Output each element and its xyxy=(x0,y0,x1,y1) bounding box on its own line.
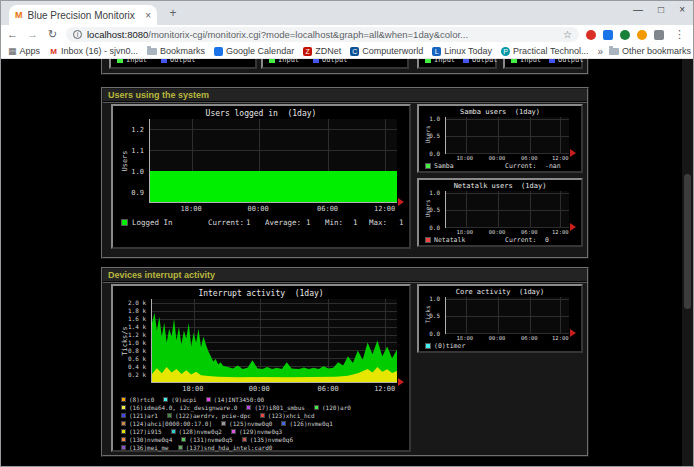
browser-menu-icon[interactable]: ⋮ xyxy=(671,28,688,41)
tab-strip: M Blue Precision Monitorix × + — □ × xyxy=(1,1,693,25)
cutoff-graph[interactable]: Input Output xyxy=(417,59,497,69)
legend-item: Output xyxy=(463,59,497,64)
window-controls: — □ × xyxy=(633,4,685,15)
extension-icon[interactable] xyxy=(654,30,664,40)
graph-title: Samba users (1day) xyxy=(419,108,581,116)
page-info-icon[interactable]: i xyxy=(73,30,82,39)
bookmark-label: Google Calendar xyxy=(226,46,294,56)
back-button[interactable]: ← xyxy=(6,29,19,40)
y-tick-label: 1.4 k xyxy=(128,324,146,330)
y-tick-label: 1.1 xyxy=(131,147,144,154)
legend-item: Samba xyxy=(425,163,454,170)
practical-technology-icon: P xyxy=(501,47,510,56)
users-section: Users using the system Users logged in (… xyxy=(101,87,589,259)
page-scrollbar[interactable] xyxy=(682,59,693,467)
core-activity-graph[interactable]: Core activity (1day) Ticks 1.00.50.0 18:… xyxy=(417,284,583,353)
bookmark-item-google-calendar[interactable]: Google Calendar xyxy=(214,46,294,56)
cutoff-graph[interactable]: Input Output xyxy=(261,59,409,69)
bookmark-item-practical-technology[interactable]: P Practical Technol... xyxy=(501,46,588,56)
linux-today-icon: L xyxy=(432,47,441,56)
x-tick-label: 18:00 xyxy=(182,386,203,393)
plot-area xyxy=(149,119,397,203)
address-bar[interactable]: i localhost:8080/monitorix-cgi/monitorix… xyxy=(66,27,579,42)
apps-grid-icon: ▦ xyxy=(8,47,17,56)
browser-toolbar: ← → ↻ i localhost:8080/monitorix-cgi/mon… xyxy=(1,25,693,44)
legend-item: Input xyxy=(117,59,147,64)
chart-area xyxy=(446,297,569,333)
bookmark-label: ZDNet xyxy=(315,46,341,56)
interrupt-activity-graph[interactable]: Interrupt activity (1day) Ticks/s 2.0 k1… xyxy=(111,284,411,452)
stat-value: 1 xyxy=(246,219,251,227)
forward-button[interactable]: → xyxy=(26,29,39,40)
extension-icon[interactable] xyxy=(637,30,647,40)
graph-title: Core activity (1day) xyxy=(419,288,581,296)
url-text: localhost:8080/monitorix-cgi/monitorix.c… xyxy=(87,29,558,40)
chart-area xyxy=(446,117,569,153)
y-tick-label: 0.9 xyxy=(131,189,144,196)
window-maximize-button[interactable]: □ xyxy=(658,4,664,15)
legend-item: Logged In xyxy=(121,219,173,227)
x-tick-label: 06:00 xyxy=(318,386,339,393)
legend-color-swatch xyxy=(314,405,319,410)
x-tick-label: 12:00 xyxy=(374,206,395,213)
folder-icon xyxy=(147,48,157,55)
y-axis-ticks: 1.00.50.0 xyxy=(419,297,442,334)
legend-item: (136)mei_me xyxy=(121,444,169,451)
bookmark-item-inbox[interactable]: M Inbox (16) - sjvn0... xyxy=(49,46,138,56)
legend-item: Input xyxy=(511,59,541,64)
monitorix-favicon-icon: M xyxy=(15,10,23,20)
legend-item: Output xyxy=(161,59,195,64)
browser-tab[interactable]: M Blue Precision Monitorix × xyxy=(9,5,157,25)
extension-icon[interactable] xyxy=(586,30,596,40)
legend-color-swatch xyxy=(181,437,186,442)
legend-item: (122)aerdrv, pcie-dpc xyxy=(167,412,251,419)
axis-arrow-icon xyxy=(570,329,576,337)
y-tick-label: 0.5 xyxy=(429,133,440,139)
extension-icon[interactable] xyxy=(603,30,613,40)
x-axis-ticks: 18:0000:0006:0012:00 xyxy=(149,206,397,214)
legend-item: (8)rtc0 xyxy=(121,396,154,403)
x-tick-label: 00:00 xyxy=(489,156,506,162)
bookmark-item-linux-today[interactable]: L Linux Today xyxy=(432,46,492,56)
legend-color-swatch xyxy=(121,445,126,450)
section-title: Users using the system xyxy=(103,89,587,103)
reload-button[interactable]: ↻ xyxy=(46,29,59,40)
bookmarks-overflow-icon[interactable]: » xyxy=(597,46,603,57)
legend-item: Input xyxy=(269,59,299,64)
legend-item: (125)nvme0q0 xyxy=(221,420,272,427)
axis-arrow-icon xyxy=(398,198,404,206)
other-bookmarks-button[interactable]: Other bookmarks xyxy=(609,46,691,56)
extension-icon[interactable] xyxy=(620,30,630,40)
samba-users-graph[interactable]: Samba users (1day) Users 1.00.50.0 18:00… xyxy=(417,104,583,173)
netatalk-users-graph[interactable]: Netatalk users (1day) Users 1.00.50.0 18… xyxy=(417,178,583,247)
chart-area xyxy=(150,119,397,202)
legend-item: Netatalk xyxy=(425,237,465,244)
y-tick-label: 1.8 k xyxy=(128,308,146,314)
legend-item: (16)idma64.0, i2c_designware.0 xyxy=(121,404,237,411)
legend-color-swatch xyxy=(425,237,431,243)
legend-color-swatch xyxy=(117,59,123,63)
bookmark-item-computerworld[interactable]: C Computerworld xyxy=(350,46,423,56)
legend-color-swatch xyxy=(246,405,251,410)
interrupt-legend: (8)rtc0(9)acpi(14)INT3450:00(16)idma64.0… xyxy=(121,396,406,451)
legend-color-swatch xyxy=(167,413,172,418)
window-close-button[interactable]: × xyxy=(679,4,685,15)
legend-color-swatch xyxy=(242,437,247,442)
scrollbar-thumb[interactable] xyxy=(684,174,691,309)
bookmark-star-icon[interactable]: ☆ xyxy=(563,29,572,40)
legend-color-swatch xyxy=(171,429,176,434)
window-minimize-button[interactable]: — xyxy=(633,4,643,15)
legend-item: (127)i915 xyxy=(121,428,162,435)
bookmark-item-bookmarks[interactable]: Bookmarks xyxy=(147,46,205,56)
calendar-icon xyxy=(214,47,223,56)
new-tab-button[interactable]: + xyxy=(165,6,181,20)
tab-close-icon[interactable]: × xyxy=(145,10,151,21)
cutoff-graph[interactable]: Input Output xyxy=(109,59,257,69)
axis-arrow-icon xyxy=(570,223,576,231)
cutoff-graph[interactable]: Input Output xyxy=(503,59,583,69)
y-tick-label: 0.0 xyxy=(429,151,440,157)
bookmark-item-zdnet[interactable]: Z ZDNet xyxy=(303,46,341,56)
apps-shortcut[interactable]: ▦ Apps xyxy=(8,46,40,56)
legend-item: (137)snd_hda_intel:card0 xyxy=(178,444,273,451)
users-logged-in-graph[interactable]: Users logged in (1day) Users 1.21.11.00.… xyxy=(111,104,411,249)
